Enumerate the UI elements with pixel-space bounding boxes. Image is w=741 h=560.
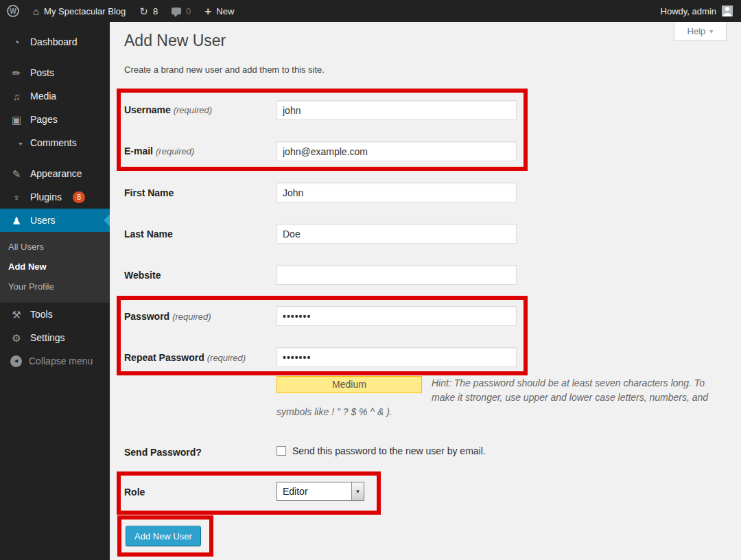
- send-password-checkbox-label: Send this password to the new user by em…: [292, 445, 486, 456]
- password-field[interactable]: [277, 306, 517, 326]
- submenu-item-all-users[interactable]: All Users: [0, 237, 110, 257]
- users-submenu: All Users Add New Your Profile: [0, 232, 110, 303]
- sidebar-item-label: Pages: [30, 114, 58, 125]
- sidebar-item-plugins[interactable]: ♆ Plugins 8: [0, 185, 110, 209]
- sidebar-item-label: Users: [30, 215, 56, 226]
- sidebar-item-label: Comments: [30, 137, 77, 148]
- password-hint-block: Medium Hint: The password should be at l…: [277, 376, 709, 419]
- label-text: E-mail: [124, 145, 153, 156]
- plugins-update-badge: 8: [73, 191, 85, 203]
- required-note: (required): [172, 312, 211, 322]
- website-label: Website: [124, 270, 161, 281]
- new-label: New: [216, 6, 234, 16]
- sidebar-item-pages[interactable]: ▣ Pages: [0, 108, 110, 131]
- required-note: (required): [174, 105, 212, 115]
- label-text: Username: [124, 104, 171, 115]
- role-label: Role: [124, 487, 145, 498]
- label-text: Last Name: [124, 229, 173, 240]
- username-label: Username(required): [124, 104, 212, 115]
- page-title: Add New User: [124, 32, 226, 50]
- chevron-down-icon: ▾: [709, 27, 713, 35]
- website-field[interactable]: [277, 265, 517, 285]
- sidebar-item-label: Settings: [30, 332, 65, 343]
- admin-bar: W ⌂ My Spectacular Blog ↻ 8 0 + New Howd…: [0, 0, 741, 22]
- password-strength-meter: Medium: [277, 376, 422, 393]
- wordpress-logo-icon: W: [7, 5, 19, 17]
- help-label: Help: [687, 26, 706, 36]
- last-name-field[interactable]: [277, 224, 517, 244]
- comments-menu[interactable]: 0: [165, 0, 198, 22]
- send-password-row: Send this password to the new user by em…: [277, 445, 486, 456]
- label-text: Repeat Password: [124, 352, 204, 363]
- site-name: My Spectacular Blog: [44, 6, 126, 16]
- home-icon: ⌂: [33, 6, 39, 16]
- label-text: First Name: [124, 187, 174, 198]
- required-note: (required): [156, 146, 194, 156]
- howdy-text: Howdy, admin: [661, 6, 716, 16]
- page-description: Create a brand new user and add them to …: [124, 65, 325, 75]
- comment-count: 0: [186, 6, 191, 16]
- sidebar-item-posts[interactable]: ✏ Posts: [0, 61, 110, 84]
- sidebar-item-users[interactable]: ♟ Users: [0, 209, 110, 232]
- tools-icon: ⚒: [10, 310, 23, 320]
- label-text: Website: [124, 270, 161, 281]
- role-select[interactable]: Editor ▼: [277, 482, 364, 501]
- wp-logo-menu[interactable]: W: [0, 0, 26, 22]
- label-text: Send Password?: [124, 447, 202, 458]
- admin-sidebar: ◔ Dashboard ✏ Posts ♫ Media ▣ Pages Comm…: [0, 22, 110, 560]
- sidebar-item-label: Media: [30, 91, 56, 102]
- repeat-password-field[interactable]: [277, 347, 517, 367]
- email-field[interactable]: [277, 141, 517, 161]
- users-icon: ♟: [10, 215, 23, 226]
- avatar: [722, 5, 733, 16]
- sidebar-item-label: Appearance: [30, 168, 82, 179]
- sidebar-item-dashboard[interactable]: ◔ Dashboard: [0, 30, 110, 54]
- first-name-field[interactable]: [277, 183, 517, 202]
- new-content-menu[interactable]: + New: [198, 0, 241, 22]
- repeat-password-label: Repeat Password(required): [124, 352, 246, 363]
- main-content: Help ▾ Add New User Create a brand new u…: [110, 22, 741, 560]
- collapse-arrow-icon: ◀: [10, 355, 22, 367]
- role-selected-value: Editor: [277, 482, 351, 500]
- active-menu-arrow: [104, 214, 110, 226]
- submenu-item-add-new[interactable]: Add New: [0, 257, 110, 277]
- plus-icon: +: [204, 5, 211, 17]
- update-count: 8: [153, 6, 158, 16]
- appearance-icon: ✎: [10, 169, 23, 179]
- label-text: Role: [124, 487, 145, 498]
- sidebar-item-tools[interactable]: ⚒ Tools: [0, 303, 110, 326]
- email-label: E-mail(required): [124, 145, 194, 156]
- submenu-item-your-profile[interactable]: Your Profile: [0, 277, 110, 296]
- sidebar-item-media[interactable]: ♫ Media: [0, 84, 110, 108]
- collapse-menu-button[interactable]: ◀ Collapse menu: [0, 349, 110, 373]
- settings-icon: ⚙: [10, 333, 23, 343]
- sidebar-item-label: Plugins: [30, 191, 62, 202]
- media-icon: ♫: [10, 91, 23, 102]
- select-dropdown-arrow-icon: ▼: [351, 482, 364, 500]
- help-tab[interactable]: Help ▾: [674, 22, 727, 41]
- sidebar-item-comments[interactable]: Comments: [0, 131, 110, 154]
- plugins-icon: ♆: [10, 192, 23, 202]
- wordpress-admin-page: W ⌂ My Spectacular Blog ↻ 8 0 + New Howd…: [0, 0, 741, 560]
- username-field[interactable]: [277, 100, 517, 120]
- label-text: Password: [124, 311, 169, 322]
- posts-icon: ✏: [10, 68, 23, 78]
- send-password-label: Send Password?: [124, 447, 202, 458]
- dashboard-icon: ◔: [10, 37, 23, 47]
- pages-icon: ▣: [10, 115, 23, 125]
- password-label: Password(required): [124, 311, 211, 322]
- comment-bubble-icon: [172, 8, 181, 14]
- sidebar-item-settings[interactable]: ⚙ Settings: [0, 326, 110, 349]
- last-name-label: Last Name: [124, 229, 173, 240]
- sidebar-item-label: Dashboard: [30, 36, 78, 47]
- sidebar-item-label: Tools: [30, 309, 53, 320]
- sidebar-item-label: Posts: [30, 67, 54, 78]
- send-password-checkbox[interactable]: [277, 446, 286, 456]
- updates-menu[interactable]: ↻ 8: [132, 0, 165, 22]
- sidebar-item-appearance[interactable]: ✎ Appearance: [0, 162, 110, 185]
- first-name-label: First Name: [124, 187, 174, 198]
- add-new-user-button[interactable]: Add New User: [126, 526, 201, 546]
- site-name-menu[interactable]: ⌂ My Spectacular Blog: [26, 0, 132, 22]
- account-menu[interactable]: Howdy, admin: [661, 5, 741, 16]
- required-note: (required): [207, 353, 246, 363]
